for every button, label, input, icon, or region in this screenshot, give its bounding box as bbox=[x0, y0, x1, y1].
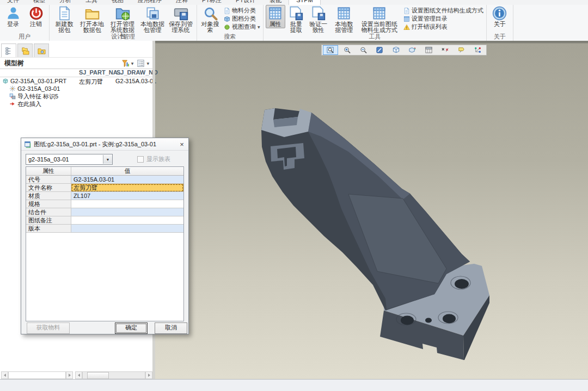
tab-annotate[interactable]: 注释 bbox=[169, 0, 195, 5]
dialog-titlebar[interactable]: 图纸:g2-315a_03-01.prt - 实例:g2-315a_03-01 … bbox=[21, 138, 188, 151]
zoom-in-button[interactable] bbox=[339, 45, 354, 55]
value-joint[interactable] bbox=[71, 208, 183, 216]
panel-title: 模型树 bbox=[4, 59, 121, 68]
graphics-viewport[interactable] bbox=[155, 41, 588, 379]
scroll-thumb[interactable] bbox=[87, 372, 109, 379]
set-structure-mode-button[interactable]: 设置图纸文件结构生成方式 bbox=[403, 7, 483, 15]
new-package-button[interactable]: 新建数据包 bbox=[52, 5, 77, 34]
table-row-spec[interactable]: 规格 bbox=[26, 200, 183, 208]
local-package-mgmt-button[interactable]: 本地数据包管理 bbox=[139, 5, 166, 34]
properties-button[interactable]: 属性 bbox=[266, 5, 285, 28]
column-header-draw-no[interactable]: SJ_DRAW_NO bbox=[117, 69, 158, 76]
annotation-display-button[interactable] bbox=[454, 45, 469, 55]
about-button[interactable]: 关于 bbox=[489, 5, 511, 28]
tree-row-root[interactable]: G2-315A_03-01.PRT 左剪刀臂 G2-315A.03-01 bbox=[0, 77, 152, 85]
tab-model[interactable]: 模型 bbox=[26, 0, 52, 5]
tree-row-csys[interactable]: G2-315A_03-01 bbox=[0, 85, 152, 92]
verify-consistency-button[interactable]: 验证一致性 bbox=[307, 5, 330, 34]
cancel-button[interactable]: 取消 bbox=[155, 322, 187, 334]
favorites-tab[interactable] bbox=[34, 44, 49, 57]
close-icon[interactable]: × bbox=[176, 139, 187, 149]
tab-stpm[interactable]: STPM bbox=[289, 0, 321, 5]
chevron-down-icon: ▼ bbox=[258, 25, 260, 29]
scroll-left-button[interactable] bbox=[1, 371, 8, 379]
tab-tools[interactable]: 工具 bbox=[78, 0, 105, 5]
power-icon bbox=[29, 6, 44, 21]
sphere-icon bbox=[224, 24, 230, 30]
folder-star-icon bbox=[38, 47, 46, 55]
tab-pt-design[interactable]: PT设计 bbox=[229, 0, 262, 5]
saved-orientations-button[interactable] bbox=[405, 45, 420, 55]
document-icon bbox=[403, 8, 410, 14]
value-version[interactable] bbox=[71, 225, 183, 233]
tab-pt-annotate[interactable]: PT标注 bbox=[195, 0, 229, 5]
set-mgmt-directory-button[interactable]: 设置管理目录 bbox=[403, 15, 483, 23]
checkbox-box[interactable] bbox=[137, 156, 144, 163]
view-query-button[interactable]: 视图查询 ▼ bbox=[224, 23, 260, 31]
refit-icon bbox=[327, 46, 335, 54]
value-material[interactable]: ZL107 bbox=[71, 192, 183, 200]
header-value: 值 bbox=[71, 167, 183, 176]
table-row-filename[interactable]: 文件名称 左剪刀臂 bbox=[26, 184, 183, 192]
open-local-package-button[interactable]: 打开本地数据包 bbox=[78, 5, 106, 34]
object-search-button[interactable]: 对象搜索 bbox=[199, 5, 221, 34]
repaint-button[interactable] bbox=[372, 45, 387, 55]
value-spec[interactable] bbox=[71, 200, 183, 208]
group-label-user: 用户 bbox=[2, 33, 47, 40]
table-row-drawing-note[interactable]: 图纸备注 bbox=[26, 216, 183, 225]
batch-extract-button[interactable]: 批量提取 bbox=[286, 5, 306, 34]
drawing-window-icon bbox=[24, 140, 32, 148]
login-button[interactable]: 登录 bbox=[2, 5, 24, 28]
view-manager-button[interactable] bbox=[421, 45, 436, 55]
material-classify-button[interactable]: 物料分类 bbox=[224, 7, 260, 15]
value-drawing-note[interactable] bbox=[71, 216, 183, 225]
open-folder-icon bbox=[85, 6, 100, 21]
tab-assembly[interactable]: 装配 bbox=[262, 0, 289, 5]
local-data-mgmt-button[interactable]: 本地数据管理 bbox=[331, 5, 357, 34]
doc-classify-button[interactable]: 图档分类 bbox=[224, 15, 260, 23]
columns-scroll-right-button[interactable] bbox=[145, 371, 152, 379]
zoom-out-button[interactable] bbox=[356, 45, 371, 55]
table-row-code[interactable]: 代号 G2-315A.03-01 bbox=[26, 176, 183, 184]
group-label-search: 搜索 bbox=[199, 33, 261, 40]
open-error-list-button[interactable]: 打开错误列表 bbox=[403, 23, 483, 31]
show-family-table-checkbox[interactable]: 显示族表 bbox=[137, 155, 170, 163]
graphics-toolbar bbox=[321, 45, 487, 55]
table-row-version[interactable]: 版本 bbox=[26, 225, 183, 233]
tree-scroll-track[interactable] bbox=[8, 371, 66, 379]
value-filename-selected[interactable]: 左剪刀臂 bbox=[71, 184, 183, 192]
refit-zoom-button[interactable] bbox=[323, 45, 338, 55]
combobox-drop-button[interactable]: ▼ bbox=[103, 155, 112, 164]
datum-display-button[interactable] bbox=[437, 45, 452, 55]
table-row-material[interactable]: 材质 ZL107 bbox=[26, 192, 183, 200]
instance-combobox[interactable]: g2-315a_03-01 ▼ bbox=[26, 154, 113, 165]
filter-funnel-icon bbox=[121, 59, 130, 67]
columns-scroll-track[interactable] bbox=[82, 371, 145, 379]
model-tree-tab[interactable] bbox=[1, 44, 16, 57]
table-grid-icon bbox=[336, 6, 351, 21]
zoom-in-icon bbox=[343, 46, 351, 54]
tab-analysis[interactable]: 分析 bbox=[52, 0, 78, 5]
column-header-part-name[interactable]: SJ_PART_NA... bbox=[79, 69, 122, 76]
ribbon-group-search: 对象搜索 物料分类 图档分类 视图查询 ▼ 搜索 bbox=[197, 5, 264, 41]
scroll-right-button[interactable] bbox=[66, 371, 73, 379]
save-to-mgmt-button[interactable]: 保存到管理系统 bbox=[167, 5, 194, 34]
logout-button[interactable]: 注销 bbox=[25, 5, 47, 28]
value-code[interactable]: G2-315A.03-01 bbox=[71, 176, 183, 184]
tab-view[interactable]: 视图 bbox=[105, 0, 131, 5]
tree-row-insert-here[interactable]: 在此插入 bbox=[0, 100, 152, 108]
columns-scroll-left-button[interactable] bbox=[75, 371, 82, 379]
folder-browser-tab[interactable] bbox=[17, 44, 33, 57]
set-current-drawing-mode-button[interactable]: 设置当前图纸物料生成方式 bbox=[358, 5, 401, 34]
tab-applications[interactable]: 应用程序 bbox=[131, 0, 169, 5]
ok-button[interactable]: 确定 bbox=[115, 322, 148, 334]
table-row-joint[interactable]: 结合件 bbox=[26, 208, 183, 216]
chevron-down-icon: ▼ bbox=[106, 158, 110, 162]
tree-row-import-feature[interactable]: 导入特征 标识5 bbox=[0, 92, 152, 100]
tree-settings-button[interactable]: ▼ bbox=[137, 59, 149, 67]
display-style-button[interactable] bbox=[388, 45, 403, 55]
spin-center-button[interactable] bbox=[470, 45, 485, 55]
tab-file[interactable]: 文件 bbox=[0, 0, 26, 5]
get-material-button[interactable]: 获取物料 bbox=[27, 322, 70, 334]
tree-filter-button[interactable]: ▼ bbox=[121, 59, 134, 67]
